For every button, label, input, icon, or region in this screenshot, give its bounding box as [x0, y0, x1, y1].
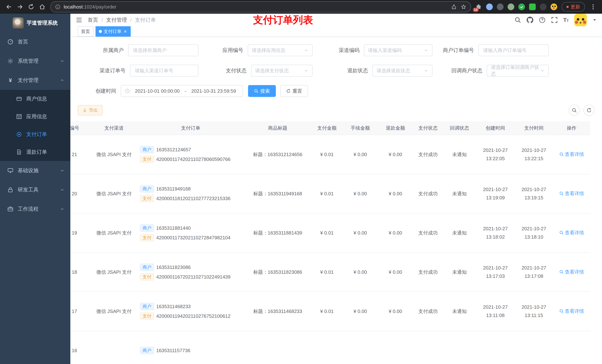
chevron-down-icon: [60, 207, 64, 211]
top-navbar: 首页 / 支付管理 / 支付订单 支付订单列表 TT: [70, 14, 602, 26]
channel-code-label: 渠道编码: [339, 47, 364, 54]
url-bar[interactable]: localhost:1024/pay/order: [50, 1, 471, 12]
caret-down-icon[interactable]: [592, 18, 597, 22]
chevron-down-icon: [424, 68, 428, 73]
app-no-select[interactable]: 请选择应用信息: [248, 44, 312, 56]
channel-code-select[interactable]: 请输入渠道编码: [364, 44, 432, 56]
toggle-search-button[interactable]: [569, 105, 580, 116]
sidebar-toggle-icon[interactable]: [70, 17, 88, 23]
chevron-down-icon: [304, 48, 308, 52]
site-info-icon[interactable]: [55, 4, 60, 10]
chrome-menu-icon[interactable]: [588, 2, 598, 12]
cell-channel: 微信 JSAPI 支付: [91, 135, 137, 174]
user-avatar[interactable]: [574, 14, 587, 26]
cell-id: 19: [70, 213, 91, 252]
date-start-value: 2021-10-01 00:00:00: [132, 88, 183, 94]
export-button[interactable]: 导出: [78, 105, 103, 115]
breadcrumb-home[interactable]: 首页: [88, 16, 98, 23]
cell-amount: ¥ 0.01: [311, 135, 343, 174]
sidebar-item-devtools[interactable]: 研发工具: [0, 180, 70, 199]
extension-icon-4[interactable]: [518, 3, 525, 10]
extension-icon-3[interactable]: [508, 3, 514, 10]
sidebar-item-refund-order[interactable]: 退款订单: [0, 143, 70, 161]
update-button[interactable]: 更新: [562, 2, 585, 12]
font-size-icon[interactable]: TT: [563, 17, 569, 23]
cell-paid: 2021-10-2713:19:15: [515, 174, 553, 213]
merchant-order-no-input[interactable]: [478, 44, 549, 56]
forward-icon[interactable]: [15, 2, 25, 12]
breadcrumb: 首页 / 支付管理 / 支付订单: [88, 16, 156, 23]
clock-icon: [125, 88, 130, 94]
close-icon[interactable]: [123, 29, 127, 33]
navbar-actions: TT: [515, 14, 602, 26]
reload-icon[interactable]: [26, 2, 36, 12]
view-detail-link[interactable]: 查看详情: [559, 269, 584, 275]
profile-avatar[interactable]: [550, 3, 557, 10]
sidebar-item-home[interactable]: 首页: [0, 32, 70, 52]
col-id: 编号: [70, 121, 91, 135]
share-icon[interactable]: [451, 4, 456, 10]
owner-merchant-input[interactable]: [128, 44, 198, 56]
cell-fee: ¥ 0.00: [343, 252, 378, 292]
cell-id: 16: [70, 331, 91, 364]
channel-order-no-label: 渠道订单号: [100, 67, 130, 74]
channel-order-no-input[interactable]: [130, 65, 198, 77]
pay-tag: 支付: [140, 312, 154, 320]
merchant-order-no: 1635311881440: [156, 225, 191, 231]
home-icon[interactable]: [37, 2, 47, 12]
document-icon: [16, 149, 22, 155]
github-icon[interactable]: [527, 17, 533, 23]
cell-status: 支付成功: [413, 292, 443, 331]
table-toolbar: 导出: [70, 105, 602, 116]
col-pay-order: 支付订单: [137, 121, 244, 135]
active-dot: [99, 30, 102, 33]
reset-button[interactable]: 重置: [280, 85, 308, 97]
back-icon[interactable]: [4, 2, 14, 12]
sidebar-item-infra[interactable]: 基础设施: [0, 161, 70, 180]
fullscreen-icon[interactable]: [551, 17, 558, 23]
create-time-label: 创建时间: [78, 87, 121, 94]
app-logo[interactable]: 芋道管理系统: [0, 14, 70, 32]
extension-icon-1[interactable]: [486, 3, 493, 10]
view-detail-link[interactable]: 查看详情: [559, 190, 584, 197]
tab-pay-order[interactable]: 支付订单: [96, 26, 131, 37]
sidebar-item-payment[interactable]: ¥ 支付管理: [0, 71, 70, 90]
cell-notify: 未通知: [443, 213, 476, 252]
yen-icon: ¥: [7, 77, 13, 83]
extension-puzzle-icon[interactable]: 10: [475, 3, 482, 10]
refund-status-select[interactable]: 请选择退款状态: [372, 65, 432, 77]
merchant-order-no: 1635312124657: [156, 147, 191, 153]
search-icon: [572, 108, 577, 113]
pay-status-select[interactable]: 请选择支付状态: [251, 65, 312, 77]
breadcrumb-payment[interactable]: 支付管理: [106, 16, 127, 23]
lock-icon: [7, 187, 13, 193]
extension-icon-5[interactable]: [529, 3, 536, 10]
refresh-icon: [586, 108, 592, 113]
view-detail-link[interactable]: 查看详情: [559, 308, 584, 314]
sidebar-item-app-info[interactable]: 应用信息: [0, 108, 70, 125]
cell-amount: ¥ 0.01: [311, 174, 343, 213]
merchant-tag: 商户: [140, 347, 154, 354]
date-end-value: 2021-10-31 23:59:59: [188, 88, 239, 94]
create-time-range-picker[interactable]: 2021-10-01 00:00:00 - 2021-10-31 23:59:5…: [121, 85, 243, 97]
search-button[interactable]: 搜索: [248, 85, 276, 97]
view-detail-link[interactable]: 查看详情: [559, 229, 584, 236]
search-icon: [559, 309, 564, 313]
view-detail-link[interactable]: 查看详情: [559, 151, 584, 157]
notify-status-select[interactable]: 请选择订单回调商户状态: [487, 65, 549, 77]
extension-icon-2[interactable]: [497, 3, 504, 10]
sidebar-item-pay-order[interactable]: 支付订单: [0, 125, 70, 143]
help-icon[interactable]: [539, 17, 546, 23]
bookmark-star-icon[interactable]: [461, 4, 466, 10]
search-icon: [559, 230, 564, 235]
sidebar-item-merchant-info[interactable]: 商户信息: [0, 90, 70, 108]
search-icon[interactable]: [515, 17, 521, 23]
pay-order-no: 4200001174202110278060590766: [156, 156, 230, 162]
tab-home[interactable]: 首页: [78, 26, 93, 37]
search-icon: [559, 191, 564, 196]
sidebar-item-system[interactable]: 系统管理: [0, 52, 70, 71]
extension-icon-6[interactable]: [540, 3, 547, 10]
refresh-table-button[interactable]: [583, 105, 595, 116]
table-row: 16 商户1635311157736: [70, 331, 590, 364]
sidebar-item-workflow[interactable]: 工作流程: [0, 199, 70, 219]
